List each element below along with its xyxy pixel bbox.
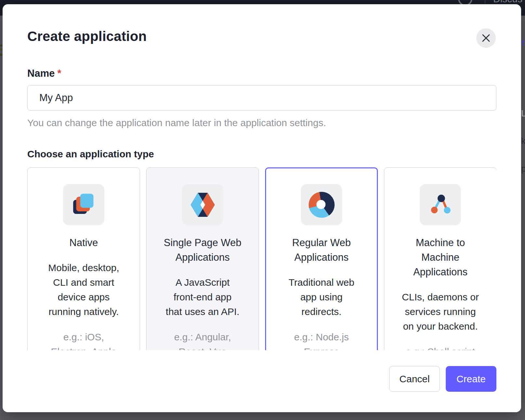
header-divider	[485, 0, 485, 4]
app-type-card-spa[interactable]: Single Page WebApplicationsA JavaScriptf…	[146, 167, 259, 350]
icon-tile	[420, 184, 461, 225]
card-description: Mobile, desktop,CLI and smartdevice apps…	[28, 260, 140, 319]
icon-tile	[63, 184, 104, 225]
card-examples: e.g.: Shell script	[384, 344, 496, 350]
background-text-fragment: e	[521, 36, 525, 47]
card-title: Regular WebApplications	[266, 235, 377, 265]
card-description: A JavaScriptfront-end appthat uses an AP…	[147, 275, 259, 319]
close-button[interactable]	[476, 28, 496, 48]
application-name-input[interactable]	[27, 85, 496, 111]
background-fragment	[0, 45, 2, 46]
background-fragment	[0, 48, 2, 50]
application-type-label: Choose an application type	[27, 148, 496, 161]
card-description: Traditional webapp usingredirects.	[266, 275, 377, 319]
donut-hole	[316, 200, 326, 209]
card-title: Single Page WebApplications	[147, 235, 259, 265]
cancel-button[interactable]: Cancel	[389, 366, 440, 392]
card-title: Native	[28, 235, 140, 250]
card-title: Machine toMachineApplications	[384, 235, 496, 279]
dialog-footer: Cancel Create	[27, 366, 496, 392]
single-page-app-icon	[191, 192, 215, 218]
background-text-fragment: p	[521, 164, 525, 174]
name-field-label: Name*	[27, 67, 496, 80]
native-apps-icon	[71, 192, 96, 217]
background-text-fragment: L	[521, 108, 525, 119]
app-type-card-regular-web[interactable]: Regular WebApplicationsTraditional webap…	[265, 167, 378, 350]
create-application-dialog: Create application Name* You can change …	[3, 4, 521, 412]
card-examples: e.g.: Node.jsExpress	[266, 330, 377, 350]
card-examples: e.g.: iOS,Electron, Apple	[28, 330, 140, 350]
app-type-card-m2m[interactable]: Machine toMachineApplicationsCLIs, daemo…	[384, 167, 496, 350]
card-description: CLIs, daemons orservices runningon your …	[384, 290, 496, 334]
regular-web-app-icon	[309, 192, 335, 218]
card-examples: e.g.: Angular,React, Vue	[147, 330, 259, 350]
discuss-link-fragment: Discus	[493, 0, 522, 5]
background-fragment	[0, 54, 2, 56]
page: { "backdrop": { "header": { "discuss_fra…	[0, 0, 525, 420]
create-button[interactable]: Create	[446, 366, 496, 392]
name-helper-text: You can change the application name late…	[27, 116, 496, 129]
icon-tile	[182, 184, 223, 225]
icon-tile	[301, 184, 342, 225]
background-text-fragment: k	[521, 136, 525, 146]
dialog-title: Create application	[27, 28, 496, 45]
name-label-text: Name	[27, 68, 55, 79]
close-icon	[482, 34, 490, 42]
required-asterisk: *	[57, 68, 61, 79]
app-type-cards: NativeMobile, desktop,CLI and smartdevic…	[27, 167, 496, 350]
machine-to-machine-icon	[428, 192, 453, 217]
app-type-card-native[interactable]: NativeMobile, desktop,CLI and smartdevic…	[27, 167, 140, 350]
